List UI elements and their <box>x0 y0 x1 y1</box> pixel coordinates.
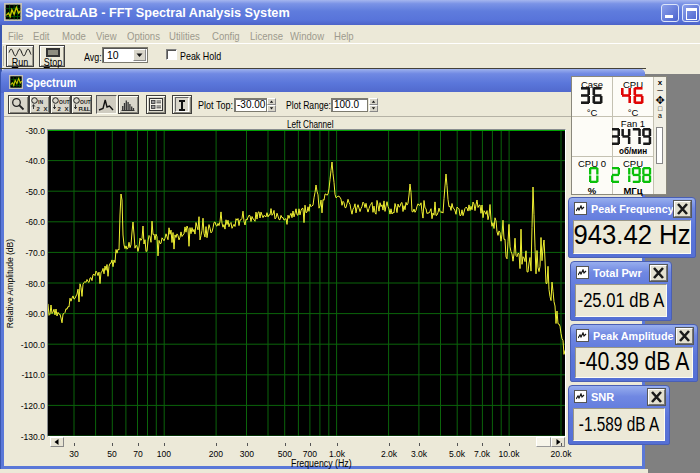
svg-text:IN: IN <box>38 99 43 105</box>
svg-text:2X: 2X <box>58 106 69 112</box>
svg-text:2X: 2X <box>37 106 48 112</box>
svg-text:FULL: FULL <box>79 106 91 112</box>
svg-text:OUT: OUT <box>80 99 91 105</box>
svg-text:OUT: OUT <box>59 99 70 105</box>
